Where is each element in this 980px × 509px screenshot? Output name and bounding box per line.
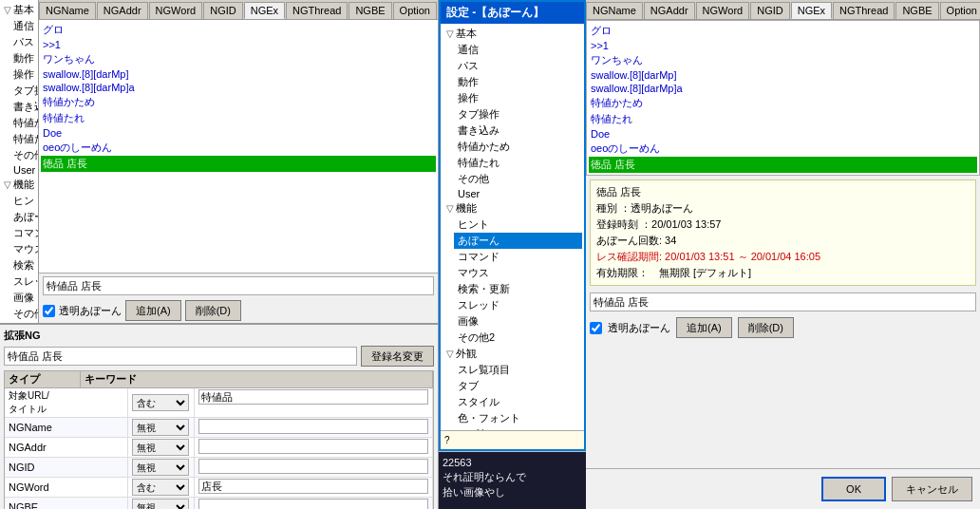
mid-tree-その他2[interactable]: その他2 [454,330,582,346]
right-ng-entry-swallow2[interactable]: swallow.[8][darMp]a [589,82,977,95]
mid-tree-特値たれ[interactable]: 特値たれ [454,155,582,171]
tab-ngex-right[interactable]: NGEx [791,2,832,19]
mid-tree-機能[interactable]: ▽機能 [443,200,582,217]
tab-option-right[interactable]: Option [940,2,980,19]
tab-ngword-left[interactable]: NGWord [149,2,203,19]
tab-ngthread-left[interactable]: NGThread [286,2,348,19]
keyword-ngid-input[interactable] [198,459,428,474]
delete-button-right[interactable]: 削除(D) [738,317,794,338]
mid-tree-あぼーん[interactable]: あぼーん [454,233,582,249]
select-ngaddr-dropdown[interactable]: 無視含む [132,439,189,456]
mid-tree-パス[interactable]: パス [454,58,582,74]
tree-item-検索更新[interactable]: 検索・更新 [11,257,36,273]
ng-entry-Doe[interactable]: Doe [41,126,436,140]
tab-ngbe-right[interactable]: NGBE [895,2,938,19]
mid-tree-画像[interactable]: 画像 [454,313,582,330]
tree-item-通信[interactable]: 通信 [11,18,36,34]
tab-ngid-left[interactable]: NGID [203,2,243,19]
select-url-dropdown[interactable]: 含む無視 [132,394,189,411]
ng-entry-徳品店長[interactable]: 徳品 店長 [41,156,436,172]
tree-item-機能[interactable]: ▽機能 [2,177,36,193]
keyword-ngname-input[interactable] [198,419,428,434]
mid-tree-タブ[interactable]: タブ [454,378,582,394]
tab-option-left[interactable]: Option [393,2,437,19]
tree-item-User[interactable]: User [11,163,36,177]
ng-entry-oeo[interactable]: oeoのしーめん [41,140,436,156]
mid-tree-スレッド[interactable]: スレッド [454,297,582,313]
ng-entry-swallow1[interactable]: swallow.[8][darMp] [41,67,436,81]
right-ng-entry-Doe[interactable]: Doe [589,127,977,141]
tree-item-ヒント[interactable]: ヒント [11,193,36,209]
tree-item-その他2[interactable]: その他2 [11,306,36,322]
register-name-button[interactable]: 登録名変更 [361,346,434,367]
select-ngword-dropdown[interactable]: 含む無視 [132,479,189,496]
mid-tree-特値かため[interactable]: 特値かため [454,139,582,155]
right-ng-entry-特値たれ[interactable]: 特値たれ [589,111,977,127]
mid-tree-動作[interactable]: 動作 [454,74,582,90]
mid-tree-User[interactable]: User [454,187,582,200]
right-ng-entry-swallow1[interactable]: swallow.[8][darMp] [589,68,977,82]
right-ng-input[interactable] [590,292,976,311]
right-ng-entry-ワンちゃん[interactable]: ワンちゃん [589,52,977,68]
ng-entry-グロ[interactable]: グロ [41,22,436,38]
tree-item-画像[interactable]: 画像 [11,290,36,306]
add-button-right[interactable]: 追加(A) [676,317,732,338]
ng-entry-特値かため[interactable]: 特値かため [41,94,436,110]
select-ngbe-dropdown[interactable]: 無視含む [132,499,189,509]
tree-item-コマンド[interactable]: コマンド [11,225,36,241]
tab-ngword-right[interactable]: NGWord [696,2,750,19]
ng-entry-1[interactable]: >>1 [41,38,436,51]
select-ngword[interactable]: 含む無視 [128,478,195,497]
tree-item-マウス[interactable]: マウス [11,241,36,257]
right-ng-entry-徳品店長[interactable]: 徳品 店長 [589,157,977,173]
ng-entry-特値たれ[interactable]: 特値たれ [41,110,436,126]
keyword-ngaddr-input[interactable] [198,439,428,454]
select-url[interactable]: 含む無視 [128,388,195,417]
help-button[interactable]: ? [441,430,584,449]
mid-tree-スレ覧項目[interactable]: スレ覧項目 [454,362,582,378]
add-button-left[interactable]: 追加(A) [125,300,181,321]
tree-item-動作[interactable]: 動作 [11,50,36,66]
tab-ngex-left[interactable]: NGEx [244,2,285,19]
tree-item-基本[interactable]: ▽基本 [2,2,36,18]
tab-ngthread-right[interactable]: NGThread [833,2,895,19]
keyword-ngbe-input[interactable] [198,499,428,509]
mid-tree-ヒント[interactable]: ヒント [454,217,582,233]
tree-item-タブ操作[interactable]: タブ操作 [11,83,36,99]
mid-tree-色フォント[interactable]: 色・フォント [454,410,582,426]
right-ng-entry-特値かため[interactable]: 特値かため [589,95,977,111]
mid-tree-操作[interactable]: 操作 [454,90,582,106]
tab-ngname-right[interactable]: NGName [586,2,643,19]
mid-tree-検索更新[interactable]: 検索・更新 [454,281,582,297]
ng-entry-ワンちゃん[interactable]: ワンちゃん [41,51,436,67]
tree-item-特値たれ[interactable]: 特値たれ [11,131,36,147]
tab-ngid-right[interactable]: NGID [750,2,790,19]
keyword-ngword-input[interactable] [198,479,428,494]
mid-tree-マウス[interactable]: マウス [454,265,582,281]
mid-tree-その他[interactable]: その他 [454,171,582,187]
right-ng-entry-1[interactable]: >>1 [589,39,977,52]
select-ngaddr[interactable]: 無視含む [128,438,195,457]
keyword-url-input[interactable] [198,389,428,405]
tree-item-書き込み[interactable]: 書き込み [11,99,36,115]
select-ngbe[interactable]: 無視含む [128,498,195,509]
select-ngid-dropdown[interactable]: 無視含む [132,459,189,476]
tree-item-操作[interactable]: 操作 [11,66,36,83]
ok-button[interactable]: OK [821,477,886,501]
ng-entry-swallow2[interactable]: swallow.[8][darMp]a [41,81,436,94]
mid-tree-外観[interactable]: ▽外観 [443,346,582,362]
tab-ngaddr-left[interactable]: NGAddr [97,2,148,19]
mid-tree-通信[interactable]: 通信 [454,42,582,58]
select-ngname-dropdown[interactable]: 無視含む [132,419,189,436]
mid-tree-タブ操作[interactable]: タブ操作 [454,106,582,123]
tab-ngaddr-right[interactable]: NGAddr [644,2,695,19]
mid-tree-コマンド[interactable]: コマンド [454,249,582,265]
right-ng-entry-oeo[interactable]: oeoのしーめん [589,141,977,157]
tree-item-その他[interactable]: その他 [11,147,36,163]
tree-item-スレッド[interactable]: スレッド [11,273,36,290]
select-ngname[interactable]: 無視含む [128,418,195,437]
tab-ngbe-left[interactable]: NGBE [349,2,391,19]
transparent-checkbox-left[interactable] [43,305,55,317]
tree-item-特値かため[interactable]: 特値かため [11,115,36,131]
mid-tree-書き込み[interactable]: 書き込み [454,123,582,139]
